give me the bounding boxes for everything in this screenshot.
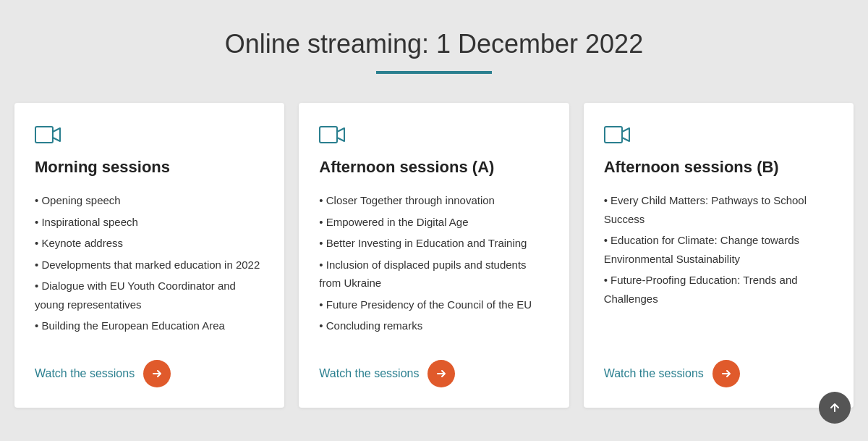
video-icon-afternoon-b bbox=[604, 125, 833, 148]
svg-rect-1 bbox=[320, 127, 337, 143]
list-item: • Better Investing in Education and Trai… bbox=[319, 234, 548, 253]
watch-sessions-link-afternoon-a[interactable]: Watch the sessions bbox=[319, 367, 419, 380]
video-icon-morning bbox=[35, 125, 264, 148]
list-item: • Keynote address bbox=[35, 234, 264, 253]
watch-sessions-link-morning[interactable]: Watch the sessions bbox=[35, 367, 135, 380]
card-afternoon-a-title: Afternoon sessions (A) bbox=[319, 158, 548, 177]
svg-rect-2 bbox=[605, 127, 622, 143]
card-afternoon-b: Afternoon sessions (B) • Every Child Mat… bbox=[584, 103, 854, 408]
watch-sessions-link-afternoon-b[interactable]: Watch the sessions bbox=[604, 367, 704, 380]
watch-sessions-button-afternoon-a[interactable] bbox=[427, 360, 455, 387]
card-morning-footer: Watch the sessions bbox=[35, 360, 264, 387]
back-to-top-button[interactable] bbox=[819, 392, 851, 424]
list-item: • Developments that marked education in … bbox=[35, 256, 264, 274]
card-afternoon-b-title: Afternoon sessions (B) bbox=[604, 158, 833, 177]
cards-container: Morning sessions • Opening speech • Insp… bbox=[14, 103, 854, 408]
list-item: • Concluding remarks bbox=[319, 316, 548, 335]
watch-sessions-button-morning[interactable] bbox=[143, 360, 171, 387]
title-underline bbox=[376, 71, 492, 74]
card-afternoon-a-footer: Watch the sessions bbox=[319, 360, 548, 387]
list-item: • Closer Together through innovation bbox=[319, 191, 548, 210]
list-item: • Inspirational speech bbox=[35, 213, 264, 232]
list-item: • Opening speech bbox=[35, 191, 264, 210]
card-afternoon-b-footer: Watch the sessions bbox=[604, 360, 833, 387]
card-afternoon-b-list: • Every Child Matters: Pathways to Schoo… bbox=[604, 191, 833, 338]
video-icon-afternoon-a bbox=[319, 125, 548, 148]
list-item: • Every Child Matters: Pathways to Schoo… bbox=[604, 191, 833, 228]
list-item: • Future Presidency of the Council of th… bbox=[319, 295, 548, 314]
card-morning-title: Morning sessions bbox=[35, 158, 264, 177]
card-afternoon-a: Afternoon sessions (A) • Closer Together… bbox=[299, 103, 569, 408]
card-afternoon-a-list: • Closer Together through innovation • E… bbox=[319, 191, 548, 338]
list-item: • Inclusion of displaced pupils and stud… bbox=[319, 256, 548, 293]
list-item: • Future-Proofing Education: Trends and … bbox=[604, 271, 833, 308]
watch-sessions-button-afternoon-b[interactable] bbox=[712, 360, 740, 387]
list-item: • Education for Climate: Change towards … bbox=[604, 231, 833, 268]
card-morning: Morning sessions • Opening speech • Insp… bbox=[14, 103, 284, 408]
list-item: • Dialogue with EU Youth Coordinator and… bbox=[35, 277, 264, 314]
page-title: Online streaming: 1 December 2022 bbox=[225, 29, 643, 59]
svg-rect-0 bbox=[35, 127, 53, 143]
card-morning-list: • Opening speech • Inspirational speech … bbox=[35, 191, 264, 338]
list-item: • Building the European Education Area bbox=[35, 316, 264, 335]
list-item: • Empowered in the Digital Age bbox=[319, 213, 548, 232]
